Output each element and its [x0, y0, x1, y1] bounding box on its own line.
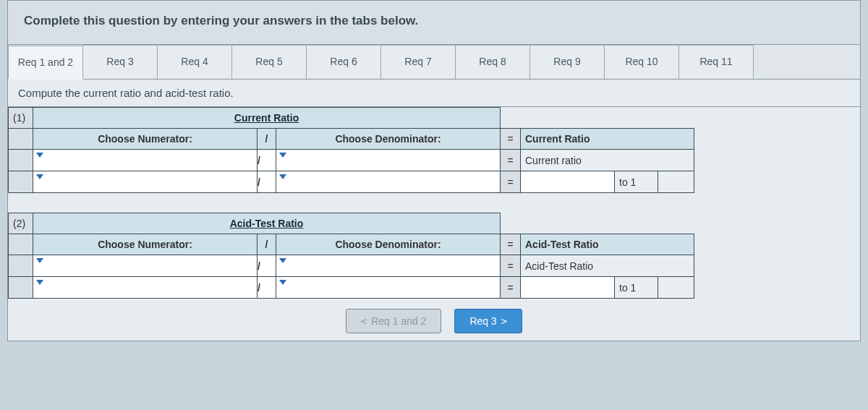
slash-header-1: / — [258, 129, 276, 150]
chevron-down-icon — [36, 153, 43, 158]
section-1-result-header: Current Ratio — [521, 129, 694, 150]
subheading: Compute the current ratio and acid-test … — [8, 80, 860, 107]
equals-1-1: = — [501, 129, 521, 150]
chevron-down-icon — [279, 258, 286, 263]
section-2-denominator-label: Choose Denominator: — [276, 234, 501, 255]
next-button[interactable]: Req 3 > — [454, 309, 522, 333]
chevron-right-icon: > — [501, 315, 507, 327]
chevron-down-icon — [279, 174, 286, 179]
ratio-tables: (1) Current Ratio Choose Numerator: / Ch… — [8, 107, 860, 341]
section-2-result-input[interactable] — [521, 277, 615, 299]
equals-2-2: = — [501, 255, 521, 277]
equals-1-2: = — [501, 150, 521, 171]
equals-2-3: = — [501, 277, 521, 299]
next-button-label: Req 3 — [469, 315, 496, 327]
chevron-left-icon: < — [361, 315, 367, 327]
tab-req-4[interactable]: Req 4 — [157, 45, 232, 79]
section-1-denominator-value[interactable] — [276, 171, 501, 193]
tab-req-7[interactable]: Req 7 — [380, 45, 456, 79]
section-2-title: Acid-Test Ratio — [33, 213, 501, 234]
chevron-down-icon — [279, 280, 286, 285]
equals-1-3: = — [501, 171, 521, 193]
section-1-title: Current Ratio — [33, 108, 501, 129]
slash-2-3: / — [258, 277, 276, 299]
slash-2-2: / — [258, 255, 276, 277]
section-1-numerator-value[interactable] — [33, 171, 258, 193]
section-2-numerator-select[interactable] — [33, 255, 258, 277]
tab-req-11[interactable]: Req 11 — [678, 45, 754, 79]
section-1-number: (1) — [9, 108, 33, 129]
tab-req-6[interactable]: Req 6 — [306, 45, 381, 79]
tab-req-1-and-2[interactable]: Req 1 and 2 — [8, 46, 83, 80]
section-1-numerator-select[interactable] — [33, 150, 258, 171]
slash-header-2: / — [258, 234, 276, 255]
chevron-down-icon — [279, 153, 286, 158]
prev-button-label: Req 1 and 2 — [371, 315, 426, 327]
section-2-to-1: to 1 — [615, 277, 658, 299]
tab-req-8[interactable]: Req 8 — [455, 45, 530, 79]
section-1-result-input[interactable] — [521, 171, 615, 193]
tabs-bar: Req 1 and 2 Req 3 Req 4 Req 5 Req 6 Req … — [8, 45, 860, 80]
slash-1-2: / — [258, 150, 276, 171]
section-1-to-1: to 1 — [615, 171, 658, 193]
section-2-numerator-value[interactable] — [33, 277, 258, 299]
prev-button[interactable]: < Req 1 and 2 — [346, 309, 442, 333]
tab-req-3[interactable]: Req 3 — [82, 45, 158, 79]
tab-req-5[interactable]: Req 5 — [231, 45, 307, 79]
section-2-denominator-select[interactable] — [276, 255, 501, 277]
instruction-text: Complete this question by entering your … — [8, 1, 860, 45]
tab-req-10[interactable]: Req 10 — [604, 45, 679, 79]
section-2-result-label: Acid-Test Ratio — [521, 255, 694, 277]
section-2-number: (2) — [9, 213, 33, 234]
section-2-result-header: Acid-Test Ratio — [521, 234, 694, 255]
section-1-result-label: Current ratio — [521, 150, 694, 171]
section-1-denominator-label: Choose Denominator: — [276, 129, 501, 150]
chevron-down-icon — [36, 280, 43, 285]
section-1-numerator-label: Choose Numerator: — [33, 129, 258, 150]
section-1-denominator-select[interactable] — [276, 150, 501, 171]
equals-2-1: = — [501, 234, 521, 255]
chevron-down-icon — [36, 258, 43, 263]
section-2-denominator-value[interactable] — [276, 277, 501, 299]
slash-1-3: / — [258, 171, 276, 193]
tab-req-9[interactable]: Req 9 — [529, 45, 605, 79]
section-2-numerator-label: Choose Numerator: — [33, 234, 258, 255]
chevron-down-icon — [36, 174, 43, 179]
